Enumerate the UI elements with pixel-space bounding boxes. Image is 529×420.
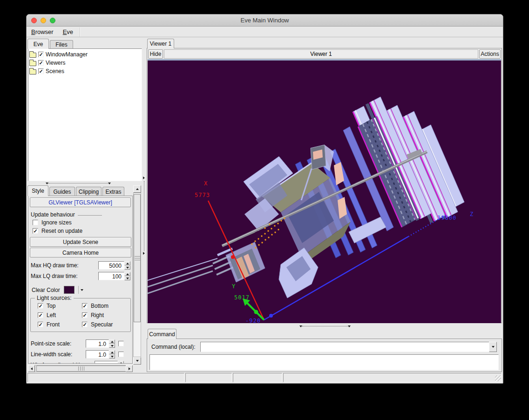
- light-right-checkbox[interactable]: ✓Right: [82, 312, 104, 318]
- max-hq-row: Max HQ draw time: 5000: [31, 261, 130, 270]
- line-width-spinner[interactable]: [109, 350, 115, 359]
- tree-checkbox[interactable]: ✓: [38, 52, 44, 57]
- scroll-up-icon[interactable]: [133, 185, 141, 193]
- light-front-checkbox[interactable]: ✓Front: [38, 321, 60, 328]
- scroll-down-icon[interactable]: [133, 357, 141, 365]
- x-axis-label: X: [204, 180, 208, 187]
- max-hq-spinner[interactable]: [124, 261, 130, 270]
- editor-vscrollbar[interactable]: [133, 185, 141, 365]
- tab-command[interactable]: Command: [148, 329, 176, 339]
- update-scene-button[interactable]: Update Scene: [30, 237, 131, 247]
- max-lq-row: Max LQ draw time: 100: [31, 272, 130, 280]
- light-left-checkbox[interactable]: ✓Left: [38, 312, 56, 318]
- scroll-thumb[interactable]: [36, 366, 126, 372]
- max-lq-spinner[interactable]: [124, 272, 130, 280]
- command-panel: Command (local):: [147, 339, 502, 372]
- viewer-command-splitter[interactable]: [147, 324, 502, 328]
- line-width-field[interactable]: 1.0: [86, 350, 109, 359]
- window-title: Eve Main Window: [27, 17, 503, 24]
- wireframe-spinner[interactable]: [118, 361, 124, 364]
- status-bar: [27, 373, 503, 383]
- hide-button[interactable]: Hide: [148, 49, 163, 59]
- camera-home-button[interactable]: Camera Home: [30, 248, 131, 257]
- line-width-checkbox[interactable]: [118, 352, 124, 357]
- folder-icon: [29, 69, 36, 75]
- ignore-sizes-checkbox[interactable]: Ignore sizes: [33, 219, 72, 226]
- tree-row-windowmanager[interactable]: ✓ WindowManager: [29, 50, 141, 59]
- tab-files[interactable]: Files: [50, 40, 73, 49]
- tree-row-scenes[interactable]: ✓ Scenes: [29, 67, 141, 75]
- gl-viewport[interactable]: X 5773 Y 5017 Z 19800 -920: [148, 61, 501, 323]
- status-segment: [283, 373, 502, 382]
- light-bottom-checkbox[interactable]: ✓Bottom: [82, 303, 109, 309]
- detector-3d-scene[interactable]: X 5773 Y 5017 Z 19800 -920: [148, 61, 501, 323]
- point-size-checkbox[interactable]: [118, 341, 124, 346]
- reset-on-update-checkbox[interactable]: ✓ Reset on update: [33, 228, 82, 234]
- menu-bar: Browser Eve: [27, 27, 503, 37]
- menu-eve[interactable]: Eve: [58, 27, 78, 37]
- x-axis-value: 5773: [195, 192, 210, 198]
- scroll-thumb[interactable]: [134, 194, 141, 322]
- splitter-arrow-icon[interactable]: [348, 325, 351, 327]
- glviewer-name-button[interactable]: GLViewer [TGLSAViewer]: [30, 197, 131, 207]
- splitter-arrow-icon[interactable]: [143, 252, 145, 255]
- editor-hscrollbar[interactable]: [28, 365, 133, 372]
- menu-divider: [80, 27, 81, 37]
- light-specular-checkbox[interactable]: ✓Specular: [82, 321, 113, 328]
- splitter-handle[interactable]: [302, 326, 348, 326]
- max-hq-field[interactable]: 5000: [98, 261, 124, 270]
- status-segment: [185, 373, 232, 382]
- tab-guides[interactable]: Guides: [49, 187, 75, 196]
- clear-color-swatch[interactable]: [64, 286, 75, 294]
- menu-browser[interactable]: Browser: [27, 27, 58, 37]
- origin-axis-value: -920: [245, 318, 261, 323]
- clear-color-dropdown[interactable]: [78, 286, 83, 294]
- viewer-frame: Hide Viewer 1 Actions: [147, 48, 502, 323]
- tree-item-label: WindowManager: [46, 51, 88, 58]
- folder-icon: [29, 53, 36, 58]
- wireframe-row: Wireframe line-width 1.0: [31, 361, 124, 364]
- splitter-arrow-icon[interactable]: [143, 176, 145, 179]
- command-input[interactable]: [200, 342, 489, 352]
- combobox-dropdown-icon[interactable]: [489, 342, 497, 352]
- command-output[interactable]: [149, 354, 499, 370]
- viewer-title-bar[interactable]: Viewer 1: [164, 49, 478, 59]
- eve-main-window: Eve Main Window Browser Eve Eve Files ✓ …: [26, 14, 503, 384]
- tree-row-viewers[interactable]: ✓ Viewers: [29, 59, 141, 67]
- eve-tree-panel: ✓ WindowManager ✓ Viewers ✓ Scenes: [28, 48, 142, 181]
- tree-editor-splitter[interactable]: [28, 181, 142, 185]
- command-label: Command (local):: [151, 344, 196, 350]
- light-top-checkbox[interactable]: ✓Top: [38, 303, 55, 309]
- status-segment: [233, 373, 282, 382]
- scroll-left-icon[interactable]: [28, 365, 35, 372]
- scroll-right-icon[interactable]: [126, 365, 133, 372]
- wireframe-field[interactable]: 1.0: [95, 361, 118, 364]
- tab-clipping[interactable]: Clipping: [76, 187, 102, 196]
- checkbox-icon[interactable]: ✓: [33, 228, 38, 234]
- tab-eve[interactable]: Eve: [27, 39, 49, 49]
- tab-extras[interactable]: Extras: [102, 187, 124, 196]
- line-width-row: Line-width scale: 1.0: [31, 350, 124, 359]
- tree-checkbox[interactable]: ✓: [38, 60, 44, 66]
- max-lq-field[interactable]: 100: [98, 272, 124, 280]
- point-size-row: Point-size scale: 1.0: [31, 339, 124, 348]
- point-size-spinner[interactable]: [109, 339, 115, 348]
- clear-color-row: Clear Color: [32, 286, 83, 294]
- splitter-arrow-icon[interactable]: [108, 183, 111, 184]
- title-bar[interactable]: Eve Main Window: [27, 14, 503, 27]
- checkbox-icon[interactable]: [33, 220, 38, 225]
- actions-menu-button[interactable]: Actions: [479, 49, 501, 59]
- splitter-handle[interactable]: [144, 181, 144, 251]
- status-segment: [27, 373, 184, 382]
- point-size-field[interactable]: 1.0: [86, 339, 109, 348]
- command-combobox[interactable]: [200, 342, 497, 352]
- tab-viewer-1[interactable]: Viewer 1: [147, 39, 174, 48]
- tab-style[interactable]: Style: [27, 185, 48, 196]
- tree-checkbox[interactable]: ✓: [38, 68, 44, 74]
- panel-splitter[interactable]: [142, 39, 146, 371]
- y-axis-label: Y: [232, 283, 236, 290]
- tree-item-label: Viewers: [46, 60, 65, 66]
- splitter-handle[interactable]: [48, 183, 108, 183]
- resize-grip-icon[interactable]: [495, 375, 501, 381]
- tree-item-label: Scenes: [46, 68, 64, 75]
